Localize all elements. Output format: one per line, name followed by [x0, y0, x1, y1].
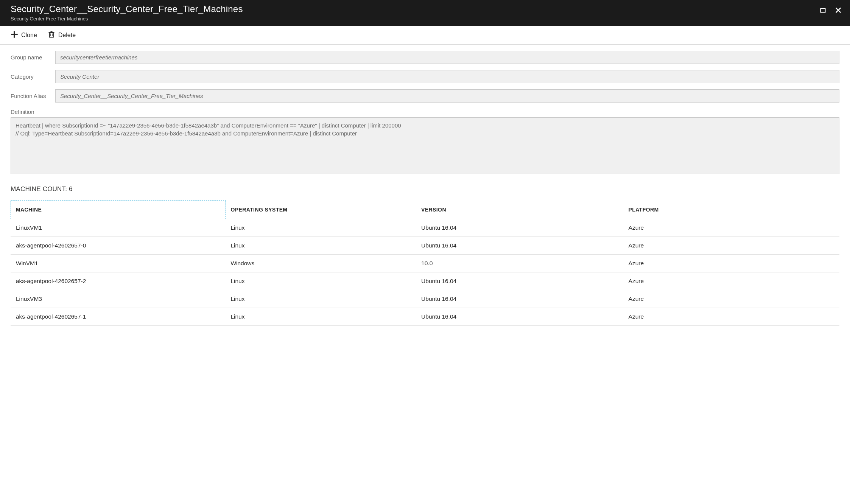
- table-row[interactable]: aks-agentpool-42602657-2LinuxUbuntu 16.0…: [11, 272, 839, 290]
- form-area: Group name securitycenterfreetiermachine…: [0, 45, 850, 176]
- page-title: Security_Center__Security_Center_Free_Ti…: [11, 4, 818, 14]
- cell-platform: Azure: [624, 237, 839, 255]
- clone-label: Clone: [21, 32, 37, 39]
- clone-button[interactable]: Clone: [11, 31, 37, 40]
- cell-machine: aks-agentpool-42602657-2: [11, 272, 226, 290]
- table-row[interactable]: aks-agentpool-42602657-1LinuxUbuntu 16.0…: [11, 308, 839, 326]
- cell-machine: aks-agentpool-42602657-0: [11, 237, 226, 255]
- cell-os: Linux: [226, 219, 417, 237]
- cell-os: Linux: [226, 237, 417, 255]
- table-row[interactable]: LinuxVM1LinuxUbuntu 16.04Azure: [11, 219, 839, 237]
- category-label: Category: [11, 73, 55, 80]
- page-subtitle: Security Center Free Tier Machines: [11, 16, 818, 22]
- restore-icon[interactable]: [818, 5, 828, 15]
- group-name-row: Group name securitycenterfreetiermachine…: [11, 51, 839, 64]
- title-texts: Security_Center__Security_Center_Free_Ti…: [11, 4, 818, 22]
- col-header-os[interactable]: OPERATING SYSTEM: [226, 201, 417, 219]
- cell-platform: Azure: [624, 255, 839, 272]
- svg-rect-5: [50, 33, 53, 37]
- definition-field[interactable]: Heartbeat | where SubscriptionId =~ "147…: [11, 117, 839, 174]
- group-name-field[interactable]: securitycenterfreetiermachines: [55, 51, 839, 64]
- window-buttons: [818, 4, 843, 15]
- function-alias-field[interactable]: Security_Center__Security_Center_Free_Ti…: [55, 89, 839, 103]
- col-header-platform[interactable]: PLATFORM: [624, 201, 839, 219]
- table-header-row: MACHINE OPERATING SYSTEM VERSION PLATFOR…: [11, 201, 839, 219]
- cell-version: Ubuntu 16.04: [417, 272, 624, 290]
- close-icon[interactable]: [833, 5, 843, 15]
- machines-table-wrap: MACHINE OPERATING SYSTEM VERSION PLATFOR…: [0, 197, 850, 333]
- cell-version: Ubuntu 16.04: [417, 290, 624, 308]
- cell-machine: aks-agentpool-42602657-1: [11, 308, 226, 326]
- definition-label: Definition: [11, 109, 839, 115]
- cell-platform: Azure: [624, 219, 839, 237]
- machines-table: MACHINE OPERATING SYSTEM VERSION PLATFOR…: [11, 201, 839, 326]
- col-header-machine[interactable]: MACHINE: [11, 201, 226, 219]
- cell-os: Windows: [226, 255, 417, 272]
- table-row[interactable]: aks-agentpool-42602657-0LinuxUbuntu 16.0…: [11, 237, 839, 255]
- machine-count-label: MACHINE COUNT: 6: [0, 176, 850, 197]
- table-row[interactable]: WinVM1Windows10.0Azure: [11, 255, 839, 272]
- plus-icon: [11, 31, 18, 40]
- category-row: Category Security Center: [11, 70, 839, 83]
- function-alias-label: Function Alias: [11, 93, 55, 99]
- cell-machine: LinuxVM3: [11, 290, 226, 308]
- cell-os: Linux: [226, 308, 417, 326]
- cell-version: Ubuntu 16.04: [417, 308, 624, 326]
- delete-label: Delete: [58, 32, 76, 39]
- toolbar: Clone Delete: [0, 26, 850, 45]
- function-alias-row: Function Alias Security_Center__Security…: [11, 89, 839, 103]
- trash-icon: [48, 31, 55, 40]
- cell-platform: Azure: [624, 272, 839, 290]
- cell-platform: Azure: [624, 308, 839, 326]
- cell-version: Ubuntu 16.04: [417, 237, 624, 255]
- title-bar: Security_Center__Security_Center_Free_Ti…: [0, 0, 850, 26]
- cell-os: Linux: [226, 290, 417, 308]
- svg-rect-0: [820, 9, 825, 12]
- cell-machine: WinVM1: [11, 255, 226, 272]
- cell-version: 10.0: [417, 255, 624, 272]
- table-row[interactable]: LinuxVM3LinuxUbuntu 16.04Azure: [11, 290, 839, 308]
- category-field[interactable]: Security Center: [55, 70, 839, 83]
- group-name-label: Group name: [11, 54, 55, 61]
- cell-machine: LinuxVM1: [11, 219, 226, 237]
- delete-button[interactable]: Delete: [48, 31, 76, 40]
- cell-version: Ubuntu 16.04: [417, 219, 624, 237]
- col-header-version[interactable]: VERSION: [417, 201, 624, 219]
- cell-platform: Azure: [624, 290, 839, 308]
- cell-os: Linux: [226, 272, 417, 290]
